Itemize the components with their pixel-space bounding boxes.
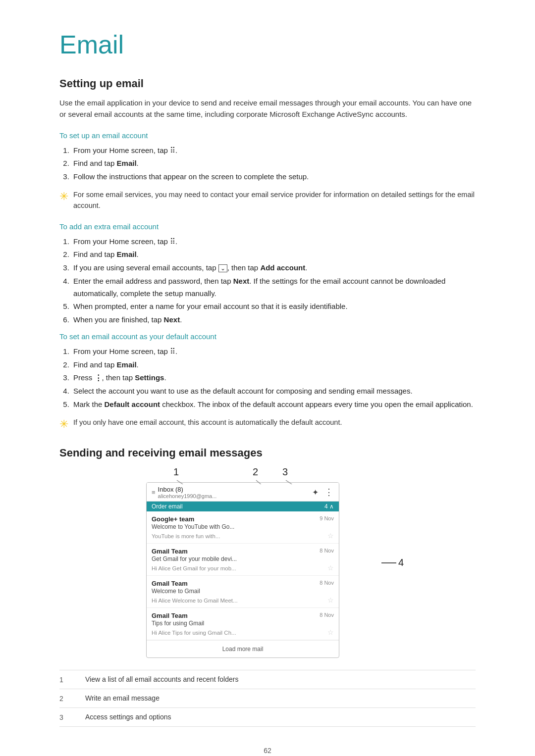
order-label: Order email bbox=[152, 503, 183, 510]
diagram-list-num: 1 bbox=[59, 675, 71, 684]
diagram-num-1: 1 bbox=[173, 466, 179, 478]
compose-icon: ✦ bbox=[312, 488, 319, 497]
note-icon-2: ✳ bbox=[59, 416, 68, 433]
order-date: 4 ∧ bbox=[324, 503, 334, 510]
diagram-list-item-3: 3 Access settings and options bbox=[59, 708, 476, 727]
email-subject: Welcome to Gmail bbox=[152, 587, 334, 596]
step-item: Press ⋮, then tap Settings. bbox=[71, 372, 476, 384]
section-sending: Sending and receiving email messages 1 2… bbox=[59, 447, 476, 727]
email-diagram: 1 2 3 ≡ bbox=[59, 466, 476, 727]
step-item: From your Home screen, tap ⠿. bbox=[71, 145, 476, 157]
diagram-list-num: 2 bbox=[59, 694, 71, 703]
order-email-bar: Order email 4 ∧ bbox=[147, 502, 339, 511]
email-sender: Gmail Team bbox=[152, 612, 188, 619]
callout-4-num: 4 bbox=[398, 557, 404, 568]
step-item: From your Home screen, tap ⠿. bbox=[71, 346, 476, 358]
step-item: Mark the Default account checkbox. The i… bbox=[71, 399, 476, 411]
star-icon: ☆ bbox=[327, 563, 334, 572]
email-date: 8 Nov bbox=[320, 580, 334, 586]
step-item: When prompted, enter a name for your ema… bbox=[71, 301, 476, 313]
intro-text: Use the email application in your device… bbox=[59, 97, 476, 120]
diagram-num-2: 2 bbox=[253, 466, 258, 478]
note-text-1: For some email services, you may need to… bbox=[73, 189, 476, 211]
section-setup: Setting up email Use the email applicati… bbox=[59, 77, 476, 433]
step-item: If you are using several email accounts,… bbox=[71, 262, 476, 274]
diagram-num-3: 3 bbox=[282, 466, 288, 478]
diagram-list-text: View a list of all email accounts and re… bbox=[85, 675, 238, 683]
email-row: Google+ team 9 Nov Welcome to YouTube wi… bbox=[147, 511, 339, 544]
step-item: Select the account you want to use as th… bbox=[71, 385, 476, 398]
email-sender: Gmail Team bbox=[152, 580, 188, 587]
note-icon: ✳ bbox=[59, 188, 68, 205]
note-block-1: ✳ For some email services, you may need … bbox=[59, 189, 476, 211]
diagram-list-num: 3 bbox=[59, 713, 71, 721]
section-heading-sending: Sending and receiving email messages bbox=[59, 447, 476, 459]
step-item: When you are finished, tap Next. bbox=[71, 314, 476, 326]
note-block-2: ✳ If you only have one email account, th… bbox=[59, 417, 476, 433]
mockup-header-icons: ✦ ⋮ bbox=[312, 487, 334, 498]
email-preview: Hi Alice Tips for using Gmail Ch... ☆ bbox=[152, 628, 334, 637]
email-sender: Google+ team bbox=[152, 515, 194, 523]
step-item: Find and tap Email. bbox=[71, 249, 476, 261]
email-date: 8 Nov bbox=[320, 612, 334, 618]
add-account-steps-list: From your Home screen, tap ⠿. Find and t… bbox=[71, 236, 476, 326]
default-account-steps-list: From your Home screen, tap ⠿. Find and t… bbox=[71, 346, 476, 411]
note-text-2: If you only have one email account, this… bbox=[73, 417, 342, 428]
inbox-label: Inbox (8) bbox=[158, 486, 217, 493]
load-more: Load more mail bbox=[147, 640, 339, 657]
diagram-list-item-2: 2 Write an email message bbox=[59, 689, 476, 708]
step-item: From your Home screen, tap ⠿. bbox=[71, 236, 476, 248]
page-title: Email bbox=[59, 30, 476, 59]
mockup-header-left: ≡ Inbox (8) alicehoney1990@gma... bbox=[152, 486, 216, 499]
email-row: Gmail Team 8 Nov Welcome to Gmail Hi Ali… bbox=[147, 576, 339, 608]
email-date: 9 Nov bbox=[320, 515, 334, 521]
step-item: Find and tap Email. bbox=[71, 359, 476, 371]
callout-4: 4 bbox=[381, 557, 404, 568]
email-subject: Tips for using Gmail bbox=[152, 619, 334, 628]
email-date: 8 Nov bbox=[320, 548, 334, 554]
email-preview: Hi Alice Welcome to Gmail Meet... ☆ bbox=[152, 596, 334, 605]
subsection-heading-2: To add an extra email account bbox=[59, 222, 476, 231]
diagram-list-text: Write an email message bbox=[85, 694, 160, 702]
email-address: alicehoney1990@gma... bbox=[158, 493, 217, 499]
subsection-heading-1: To set up an email account bbox=[59, 131, 476, 140]
menu-icon: ⋮ bbox=[324, 487, 334, 498]
star-icon: ☆ bbox=[327, 531, 334, 540]
star-icon: ☆ bbox=[327, 628, 334, 637]
star-icon: ☆ bbox=[327, 596, 334, 605]
diagram-list-item-1: 1 View a list of all email accounts and … bbox=[59, 670, 476, 689]
subsection-heading-3: To set an email account as your default … bbox=[59, 332, 476, 341]
diagram-list: 1 View a list of all email accounts and … bbox=[59, 670, 476, 727]
diagram-list-text: Access settings and options bbox=[85, 713, 171, 721]
step-item: Follow the instructions that appear on t… bbox=[71, 171, 476, 183]
email-sender: Gmail Team bbox=[152, 548, 188, 555]
email-subject: Welcome to YouTube with Go... bbox=[152, 523, 334, 531]
mockup-header: ≡ Inbox (8) alicehoney1990@gma... ✦ ⋮ bbox=[147, 483, 339, 502]
step-item: Find and tap Email. bbox=[71, 157, 476, 170]
email-row: Gmail Team 8 Nov Tips for using Gmail Hi… bbox=[147, 608, 339, 640]
page-number: 62 bbox=[59, 747, 476, 755]
setup-steps-list: From your Home screen, tap ⠿. Find and t… bbox=[71, 145, 476, 183]
step-item: Enter the email address and password, th… bbox=[71, 275, 476, 300]
email-row: Gmail Team 8 Nov Get Gmail for your mobi… bbox=[147, 544, 339, 576]
email-preview: YouTube is more fun with... ☆ bbox=[152, 531, 334, 540]
email-preview: Hi Alice Get Gmail for your mob... ☆ bbox=[152, 563, 334, 572]
email-subject: Get Gmail for your mobile devi... bbox=[152, 555, 334, 563]
section-heading-setup: Setting up email bbox=[59, 77, 476, 90]
email-mockup: ≡ Inbox (8) alicehoney1990@gma... ✦ ⋮ bbox=[146, 482, 339, 658]
